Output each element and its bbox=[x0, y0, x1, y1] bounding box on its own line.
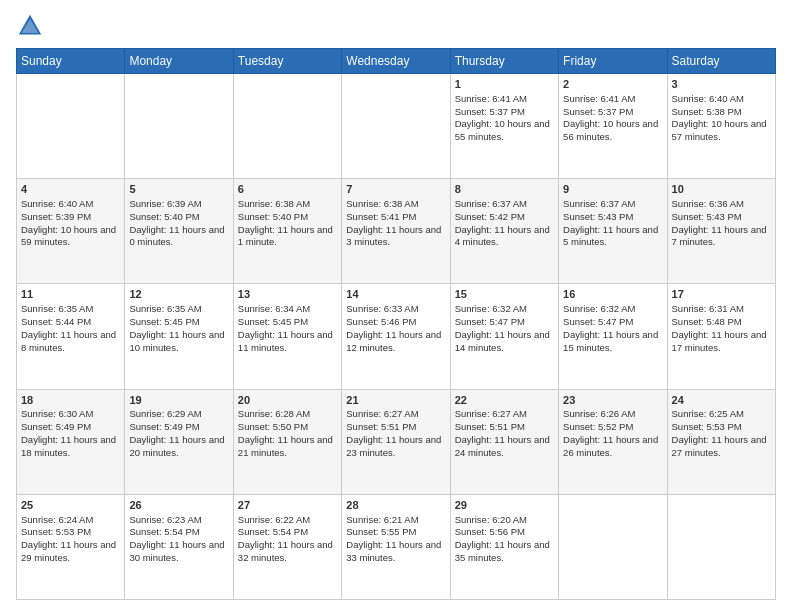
day-number: 21 bbox=[346, 393, 445, 408]
week-row-2: 11Sunrise: 6:35 AM Sunset: 5:44 PM Dayli… bbox=[17, 284, 776, 389]
day-info: Sunrise: 6:27 AM Sunset: 5:51 PM Dayligh… bbox=[346, 408, 441, 457]
day-number: 2 bbox=[563, 77, 662, 92]
day-header-monday: Monday bbox=[125, 49, 233, 74]
day-info: Sunrise: 6:40 AM Sunset: 5:39 PM Dayligh… bbox=[21, 198, 116, 247]
week-row-0: 1Sunrise: 6:41 AM Sunset: 5:37 PM Daylig… bbox=[17, 74, 776, 179]
day-cell: 7Sunrise: 6:38 AM Sunset: 5:41 PM Daylig… bbox=[342, 179, 450, 284]
day-info: Sunrise: 6:20 AM Sunset: 5:56 PM Dayligh… bbox=[455, 514, 550, 563]
day-cell bbox=[342, 74, 450, 179]
day-info: Sunrise: 6:34 AM Sunset: 5:45 PM Dayligh… bbox=[238, 303, 333, 352]
day-cell: 18Sunrise: 6:30 AM Sunset: 5:49 PM Dayli… bbox=[17, 389, 125, 494]
day-cell: 2Sunrise: 6:41 AM Sunset: 5:37 PM Daylig… bbox=[559, 74, 667, 179]
day-number: 28 bbox=[346, 498, 445, 513]
day-cell bbox=[125, 74, 233, 179]
day-cell: 1Sunrise: 6:41 AM Sunset: 5:37 PM Daylig… bbox=[450, 74, 558, 179]
day-cell: 17Sunrise: 6:31 AM Sunset: 5:48 PM Dayli… bbox=[667, 284, 775, 389]
day-number: 25 bbox=[21, 498, 120, 513]
day-info: Sunrise: 6:35 AM Sunset: 5:45 PM Dayligh… bbox=[129, 303, 224, 352]
day-info: Sunrise: 6:31 AM Sunset: 5:48 PM Dayligh… bbox=[672, 303, 767, 352]
day-cell: 4Sunrise: 6:40 AM Sunset: 5:39 PM Daylig… bbox=[17, 179, 125, 284]
day-cell: 26Sunrise: 6:23 AM Sunset: 5:54 PM Dayli… bbox=[125, 494, 233, 599]
day-number: 20 bbox=[238, 393, 337, 408]
day-header-sunday: Sunday bbox=[17, 49, 125, 74]
day-number: 7 bbox=[346, 182, 445, 197]
day-number: 27 bbox=[238, 498, 337, 513]
day-header-saturday: Saturday bbox=[667, 49, 775, 74]
day-cell bbox=[233, 74, 341, 179]
day-info: Sunrise: 6:29 AM Sunset: 5:49 PM Dayligh… bbox=[129, 408, 224, 457]
day-info: Sunrise: 6:38 AM Sunset: 5:41 PM Dayligh… bbox=[346, 198, 441, 247]
day-info: Sunrise: 6:41 AM Sunset: 5:37 PM Dayligh… bbox=[563, 93, 658, 142]
week-row-1: 4Sunrise: 6:40 AM Sunset: 5:39 PM Daylig… bbox=[17, 179, 776, 284]
day-number: 1 bbox=[455, 77, 554, 92]
day-cell: 14Sunrise: 6:33 AM Sunset: 5:46 PM Dayli… bbox=[342, 284, 450, 389]
day-cell: 16Sunrise: 6:32 AM Sunset: 5:47 PM Dayli… bbox=[559, 284, 667, 389]
day-info: Sunrise: 6:37 AM Sunset: 5:42 PM Dayligh… bbox=[455, 198, 550, 247]
day-info: Sunrise: 6:28 AM Sunset: 5:50 PM Dayligh… bbox=[238, 408, 333, 457]
day-number: 29 bbox=[455, 498, 554, 513]
day-cell bbox=[559, 494, 667, 599]
day-info: Sunrise: 6:36 AM Sunset: 5:43 PM Dayligh… bbox=[672, 198, 767, 247]
day-info: Sunrise: 6:33 AM Sunset: 5:46 PM Dayligh… bbox=[346, 303, 441, 352]
day-cell: 9Sunrise: 6:37 AM Sunset: 5:43 PM Daylig… bbox=[559, 179, 667, 284]
day-number: 14 bbox=[346, 287, 445, 302]
day-info: Sunrise: 6:22 AM Sunset: 5:54 PM Dayligh… bbox=[238, 514, 333, 563]
day-number: 15 bbox=[455, 287, 554, 302]
day-cell: 3Sunrise: 6:40 AM Sunset: 5:38 PM Daylig… bbox=[667, 74, 775, 179]
day-header-wednesday: Wednesday bbox=[342, 49, 450, 74]
day-cell: 15Sunrise: 6:32 AM Sunset: 5:47 PM Dayli… bbox=[450, 284, 558, 389]
day-number: 18 bbox=[21, 393, 120, 408]
day-number: 11 bbox=[21, 287, 120, 302]
header bbox=[16, 12, 776, 40]
day-number: 12 bbox=[129, 287, 228, 302]
calendar-table: SundayMondayTuesdayWednesdayThursdayFrid… bbox=[16, 48, 776, 600]
day-info: Sunrise: 6:40 AM Sunset: 5:38 PM Dayligh… bbox=[672, 93, 767, 142]
logo-icon bbox=[16, 12, 44, 40]
day-info: Sunrise: 6:38 AM Sunset: 5:40 PM Dayligh… bbox=[238, 198, 333, 247]
day-info: Sunrise: 6:37 AM Sunset: 5:43 PM Dayligh… bbox=[563, 198, 658, 247]
day-info: Sunrise: 6:30 AM Sunset: 5:49 PM Dayligh… bbox=[21, 408, 116, 457]
day-number: 8 bbox=[455, 182, 554, 197]
day-cell: 12Sunrise: 6:35 AM Sunset: 5:45 PM Dayli… bbox=[125, 284, 233, 389]
day-number: 5 bbox=[129, 182, 228, 197]
day-info: Sunrise: 6:26 AM Sunset: 5:52 PM Dayligh… bbox=[563, 408, 658, 457]
day-cell: 6Sunrise: 6:38 AM Sunset: 5:40 PM Daylig… bbox=[233, 179, 341, 284]
day-info: Sunrise: 6:32 AM Sunset: 5:47 PM Dayligh… bbox=[455, 303, 550, 352]
logo bbox=[16, 12, 48, 40]
day-cell: 25Sunrise: 6:24 AM Sunset: 5:53 PM Dayli… bbox=[17, 494, 125, 599]
day-cell: 22Sunrise: 6:27 AM Sunset: 5:51 PM Dayli… bbox=[450, 389, 558, 494]
day-number: 6 bbox=[238, 182, 337, 197]
day-cell: 27Sunrise: 6:22 AM Sunset: 5:54 PM Dayli… bbox=[233, 494, 341, 599]
day-header-row: SundayMondayTuesdayWednesdayThursdayFrid… bbox=[17, 49, 776, 74]
day-info: Sunrise: 6:39 AM Sunset: 5:40 PM Dayligh… bbox=[129, 198, 224, 247]
day-info: Sunrise: 6:23 AM Sunset: 5:54 PM Dayligh… bbox=[129, 514, 224, 563]
day-cell: 24Sunrise: 6:25 AM Sunset: 5:53 PM Dayli… bbox=[667, 389, 775, 494]
day-cell: 29Sunrise: 6:20 AM Sunset: 5:56 PM Dayli… bbox=[450, 494, 558, 599]
day-number: 22 bbox=[455, 393, 554, 408]
day-cell: 13Sunrise: 6:34 AM Sunset: 5:45 PM Dayli… bbox=[233, 284, 341, 389]
day-info: Sunrise: 6:27 AM Sunset: 5:51 PM Dayligh… bbox=[455, 408, 550, 457]
day-info: Sunrise: 6:21 AM Sunset: 5:55 PM Dayligh… bbox=[346, 514, 441, 563]
day-cell: 11Sunrise: 6:35 AM Sunset: 5:44 PM Dayli… bbox=[17, 284, 125, 389]
day-number: 9 bbox=[563, 182, 662, 197]
day-info: Sunrise: 6:25 AM Sunset: 5:53 PM Dayligh… bbox=[672, 408, 767, 457]
day-cell: 19Sunrise: 6:29 AM Sunset: 5:49 PM Dayli… bbox=[125, 389, 233, 494]
day-info: Sunrise: 6:24 AM Sunset: 5:53 PM Dayligh… bbox=[21, 514, 116, 563]
day-header-friday: Friday bbox=[559, 49, 667, 74]
day-cell bbox=[667, 494, 775, 599]
day-number: 23 bbox=[563, 393, 662, 408]
day-cell: 23Sunrise: 6:26 AM Sunset: 5:52 PM Dayli… bbox=[559, 389, 667, 494]
day-cell bbox=[17, 74, 125, 179]
day-number: 16 bbox=[563, 287, 662, 302]
day-number: 10 bbox=[672, 182, 771, 197]
day-info: Sunrise: 6:41 AM Sunset: 5:37 PM Dayligh… bbox=[455, 93, 550, 142]
day-cell: 10Sunrise: 6:36 AM Sunset: 5:43 PM Dayli… bbox=[667, 179, 775, 284]
day-number: 13 bbox=[238, 287, 337, 302]
day-number: 26 bbox=[129, 498, 228, 513]
day-cell: 28Sunrise: 6:21 AM Sunset: 5:55 PM Dayli… bbox=[342, 494, 450, 599]
day-number: 24 bbox=[672, 393, 771, 408]
day-number: 3 bbox=[672, 77, 771, 92]
day-number: 4 bbox=[21, 182, 120, 197]
week-row-4: 25Sunrise: 6:24 AM Sunset: 5:53 PM Dayli… bbox=[17, 494, 776, 599]
day-cell: 21Sunrise: 6:27 AM Sunset: 5:51 PM Dayli… bbox=[342, 389, 450, 494]
